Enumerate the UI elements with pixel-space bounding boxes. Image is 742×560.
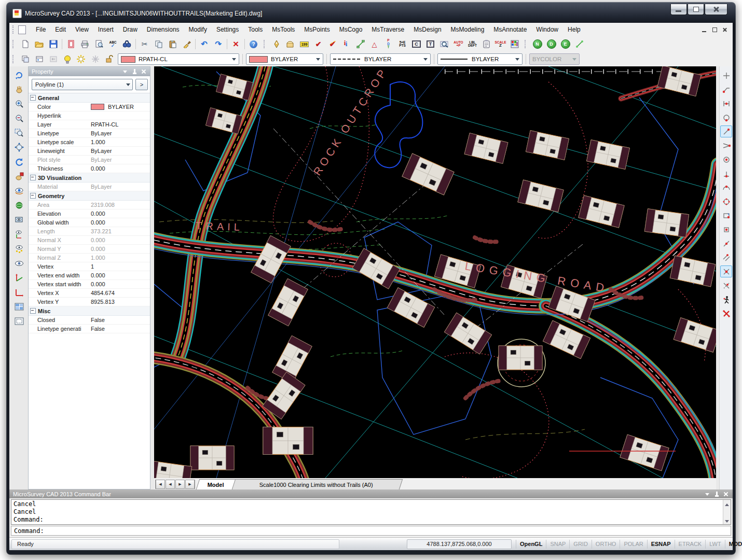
layer-select[interactable]: RPATH-CL xyxy=(118,53,239,65)
label-defaults-button[interactable]: LBLDEFT xyxy=(465,37,479,51)
menu-file[interactable]: File xyxy=(31,24,50,35)
view-points-button[interactable] xyxy=(12,242,26,256)
chevron-down-icon[interactable] xyxy=(314,55,322,63)
snap-apparent-intersection-button[interactable] xyxy=(720,279,732,291)
plumb-bob-button[interactable] xyxy=(269,37,283,51)
plot-area-button[interactable] xyxy=(64,37,78,51)
section-misc[interactable]: Misc xyxy=(29,306,150,316)
close-button[interactable] xyxy=(705,4,727,15)
snap-midpoint-button[interactable] xyxy=(720,97,732,109)
command-input[interactable]: Command: xyxy=(11,526,731,536)
snap-parallel-button[interactable] xyxy=(720,251,732,263)
ucs-icon-button[interactable] xyxy=(12,285,26,300)
help-button[interactable]: ? xyxy=(246,37,260,51)
layer-previous-button[interactable] xyxy=(46,52,60,66)
snap-node-button[interactable] xyxy=(720,223,732,235)
snap-quadrant-button[interactable] xyxy=(720,195,732,207)
print-preview-button[interactable] xyxy=(92,37,106,51)
chevron-down-icon[interactable] xyxy=(124,81,132,88)
toolbar-grip[interactable] xyxy=(12,40,16,48)
delta-button[interactable]: D xyxy=(544,37,558,51)
copy-button[interactable] xyxy=(152,37,166,51)
match-properties-button[interactable] xyxy=(180,37,194,51)
toggle-snap[interactable]: SNAP xyxy=(546,540,569,549)
pin-icon[interactable] xyxy=(713,491,720,497)
notes-button[interactable] xyxy=(479,37,493,51)
scroll-down-icon[interactable] xyxy=(724,519,730,524)
chevron-down-icon[interactable] xyxy=(421,55,429,63)
toolbar-grip[interactable] xyxy=(525,40,528,48)
menu-mscogo[interactable]: MsCogo xyxy=(335,24,367,35)
store-points-button[interactable]: 5+EPTS xyxy=(395,37,409,51)
menu-modify[interactable]: Modify xyxy=(184,24,212,35)
print-button[interactable] xyxy=(78,37,92,51)
snap-endpoint-button[interactable] xyxy=(720,83,732,95)
collapse-icon[interactable] xyxy=(30,95,36,101)
zoom-out-button[interactable] xyxy=(12,111,26,125)
chevron-down-icon[interactable] xyxy=(230,55,238,63)
menu-settings[interactable]: Settings xyxy=(212,24,243,35)
orbit-button[interactable] xyxy=(12,184,26,198)
cogo-line-button[interactable] xyxy=(572,37,586,51)
plot-style-select[interactable]: BYCOLOR xyxy=(529,53,580,65)
menu-msannotate[interactable]: MsAnnotate xyxy=(489,24,531,35)
snap-point-on-circle-button[interactable] xyxy=(720,111,732,123)
spell-check-button[interactable]: ABC✓ xyxy=(106,37,120,51)
regen-button[interactable] xyxy=(12,67,26,82)
menu-help[interactable]: Help xyxy=(563,24,585,35)
command-bar-header[interactable]: MicroSurvey CAD 2013 Command Bar xyxy=(9,489,733,498)
easting-button[interactable]: E xyxy=(558,37,572,51)
auto-point-button[interactable]: AUTO+P xyxy=(451,37,465,51)
text-toggle-button[interactable]: T xyxy=(423,37,437,51)
title-bar[interactable]: MicroSurvey CAD 2013 - [...INGLIMITSJUN0… xyxy=(12,6,730,21)
cut-button[interactable]: ✂ xyxy=(138,37,152,51)
chevron-down-icon[interactable] xyxy=(513,55,521,63)
erase-button[interactable]: × xyxy=(229,37,243,51)
menu-insert[interactable]: Insert xyxy=(93,24,118,35)
panel-close-icon[interactable] xyxy=(141,68,147,75)
quick-select-button[interactable]: > xyxy=(135,79,148,90)
layer-lock-button[interactable] xyxy=(102,52,116,66)
collapse-icon[interactable] xyxy=(30,308,36,314)
last-tab-button[interactable]: ▶ xyxy=(185,480,195,489)
section-geometry[interactable]: Geometry xyxy=(29,191,150,201)
zoom-previous-button[interactable] xyxy=(12,155,26,169)
menu-mstools[interactable]: MsTools xyxy=(267,24,299,35)
snap-nearest-button[interactable] xyxy=(720,125,732,137)
color-grid-button[interactable] xyxy=(507,37,521,51)
mdi-close-button[interactable] xyxy=(721,26,730,34)
zoom-points-button[interactable] xyxy=(437,37,451,51)
pan-button[interactable] xyxy=(12,82,26,96)
scale-z-button[interactable]: SCALEZ xyxy=(493,37,507,51)
toggle-lwt[interactable]: LWT xyxy=(705,540,724,549)
snap-on-line-button[interactable] xyxy=(720,237,732,249)
menu-mspoints[interactable]: MsPoints xyxy=(299,24,334,35)
zoom-extents-button[interactable] xyxy=(12,140,26,155)
clear-snaps-button[interactable] xyxy=(720,307,732,319)
section-general[interactable]: General xyxy=(29,93,150,103)
coordinate-toggle-button[interactable]: C xyxy=(409,37,423,51)
redo-button[interactable]: ↷ xyxy=(211,37,225,51)
panel-menu-icon[interactable] xyxy=(704,491,710,497)
command-history-scrollbar[interactable] xyxy=(723,500,731,524)
next-tab-button[interactable]: ▶ xyxy=(175,480,185,489)
mdi-restore-button[interactable] xyxy=(710,26,719,34)
toggle-polar[interactable]: POLAR xyxy=(620,540,647,549)
minimize-button[interactable] xyxy=(670,4,687,15)
axis-rotate-button[interactable] xyxy=(12,271,26,285)
menu-draw[interactable]: Draw xyxy=(118,24,142,35)
menu-tools[interactable]: Tools xyxy=(243,24,267,35)
linetype-select[interactable]: BYLAYER xyxy=(330,53,431,65)
undo-button[interactable]: ↶ xyxy=(197,37,211,51)
zoom-in-button[interactable] xyxy=(12,96,26,111)
point-number-button[interactable]: 199 xyxy=(297,37,311,51)
view-ucs-button[interactable] xyxy=(12,227,26,242)
named-view-button[interactable] xyxy=(12,314,26,329)
menu-dimensions[interactable]: Dimensions xyxy=(142,24,184,35)
tab-layout-scale1000[interactable]: Scale1000 Clearing Limits without Trails… xyxy=(229,479,403,489)
prev-tab-button[interactable]: ◀ xyxy=(166,480,175,489)
northing-button[interactable]: N xyxy=(530,37,544,51)
delta-angle-button[interactable]: △ xyxy=(367,37,381,51)
named-views-button[interactable] xyxy=(12,213,26,227)
snap-intersection-button[interactable] xyxy=(720,265,732,277)
